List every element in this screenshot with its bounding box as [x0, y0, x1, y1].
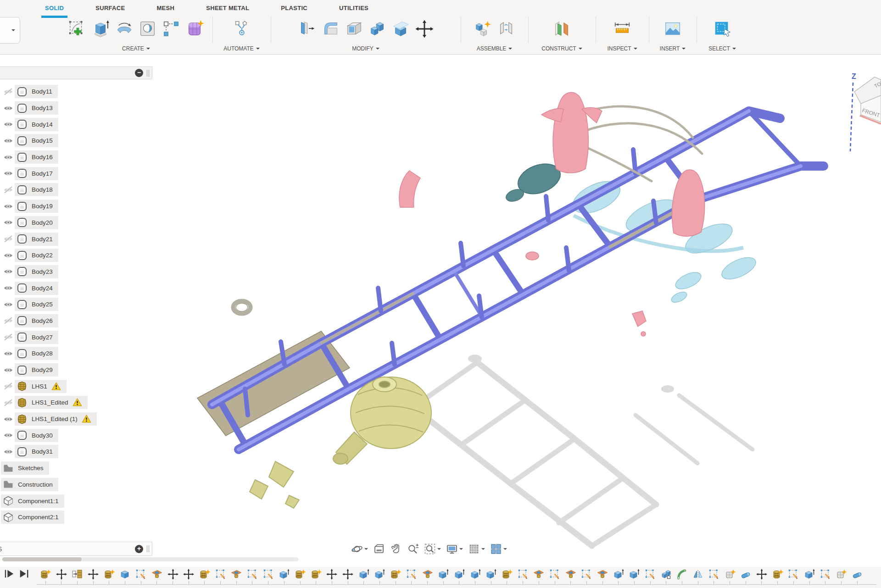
- timeline-feature-extrude[interactable]: [437, 568, 449, 580]
- browser-row-lhs1[interactable]: LHS1: [0, 378, 152, 394]
- visibility-toggle[interactable]: [2, 168, 15, 178]
- group-create-label[interactable]: CREATE: [60, 44, 212, 53]
- browser-item[interactable]: LHS1: [15, 380, 67, 393]
- visibility-toggle[interactable]: [2, 332, 15, 342]
- tab-plastic[interactable]: PLASTIC: [281, 5, 307, 11]
- visibility-toggle[interactable]: [2, 217, 15, 227]
- browser-row-body28[interactable]: Body28: [0, 345, 152, 362]
- shell-icon[interactable]: [344, 19, 364, 39]
- browser-row-body20[interactable]: Body20: [0, 215, 152, 231]
- visibility-toggle[interactable]: [2, 250, 15, 261]
- browser-item[interactable]: Body29: [15, 363, 58, 377]
- timeline-feature-sketch[interactable]: [262, 568, 274, 580]
- browser-row-body25[interactable]: Body25: [0, 296, 152, 313]
- timeline-feature-sketch[interactable]: [708, 568, 720, 580]
- browser-item[interactable]: Body20: [15, 216, 58, 229]
- browser-item[interactable]: Construction: [1, 478, 58, 491]
- timeline-feature-capsule[interactable]: [851, 568, 863, 580]
- comments-resize-grip[interactable]: [147, 545, 149, 552]
- browser-row-body24[interactable]: Body24: [0, 280, 152, 296]
- tab-solid[interactable]: SOLID: [45, 5, 64, 11]
- timeline-feature-sketch[interactable]: [580, 568, 592, 580]
- browser-item[interactable]: Body14: [15, 118, 58, 131]
- timeline-feature-mesh-star[interactable]: [39, 568, 51, 580]
- timeline-feature-extrude[interactable]: [469, 568, 481, 580]
- automate-icon[interactable]: [232, 19, 252, 39]
- browser-item[interactable]: Body16: [15, 150, 58, 164]
- timeline-feature-extrude[interactable]: [278, 568, 290, 580]
- browser-item[interactable]: LHS1_Edited: [15, 396, 88, 409]
- tab-mesh[interactable]: MESH: [156, 5, 174, 11]
- browser-row-body17[interactable]: Body17: [0, 165, 152, 182]
- zoom-button[interactable]: [407, 543, 419, 555]
- visibility-toggle[interactable]: [2, 266, 15, 277]
- visibility-toggle[interactable]: [2, 300, 15, 310]
- comments-expand-button[interactable]: +: [135, 545, 143, 553]
- new-component-icon[interactable]: [473, 19, 493, 39]
- browser-item[interactable]: Body25: [15, 298, 58, 311]
- rectangular-pattern-icon[interactable]: [161, 19, 181, 39]
- browser-item[interactable]: Body23: [15, 265, 58, 278]
- visibility-toggle[interactable]: [2, 136, 15, 146]
- timeline-feature-move[interactable]: [326, 568, 338, 580]
- visibility-toggle[interactable]: [2, 447, 15, 457]
- browser-row-body22[interactable]: Body22: [0, 247, 152, 264]
- timeline-feature-move[interactable]: [56, 568, 67, 580]
- browser-item[interactable]: Component2:1: [1, 510, 64, 524]
- browser-row-component2-1[interactable]: Component2:1: [0, 509, 152, 526]
- timeline-feature-extrude[interactable]: [374, 568, 385, 580]
- group-construct-label[interactable]: CONSTRUCT: [528, 44, 596, 53]
- browser-item[interactable]: Body17: [15, 167, 58, 180]
- browser-row-sketches[interactable]: Sketches: [0, 460, 152, 477]
- split-body-icon[interactable]: [391, 19, 411, 39]
- timeline-feature-extrude[interactable]: [613, 568, 625, 580]
- timeline-feature-form-star[interactable]: [835, 568, 847, 580]
- select-icon[interactable]: [712, 19, 732, 39]
- browser-item[interactable]: Body31: [15, 445, 58, 458]
- timeline-feature-plane[interactable]: [230, 568, 242, 580]
- timeline-feature-move[interactable]: [756, 568, 768, 580]
- browser-item[interactable]: Body22: [15, 249, 58, 262]
- file-tab-dropdown[interactable]: [0, 17, 20, 44]
- visibility-toggle[interactable]: [2, 152, 15, 162]
- browser-row-body13[interactable]: Body13: [0, 100, 152, 116]
- browser-collapse-button[interactable]: −: [135, 69, 143, 77]
- timeline-feature-box[interactable]: [119, 568, 131, 580]
- visibility-toggle[interactable]: [2, 365, 15, 375]
- browser-resize-grip[interactable]: [147, 70, 149, 77]
- grid-layout-button[interactable]: [468, 543, 485, 555]
- timeline-feature-mirror[interactable]: [692, 568, 704, 580]
- viewcube[interactable]: Z TOP FRONT: [850, 72, 881, 151]
- browser-row-body11[interactable]: Body11: [0, 83, 152, 100]
- browser-item[interactable]: LHS1_Edited (1): [15, 412, 97, 426]
- tab-surface[interactable]: SURFACE: [95, 5, 125, 11]
- browser-row-body21[interactable]: Body21: [0, 231, 152, 247]
- revolve-icon[interactable]: [114, 19, 134, 39]
- group-automate-label[interactable]: AUTOMATE: [212, 44, 271, 53]
- play-button[interactable]: [4, 568, 15, 579]
- timeline-feature-move[interactable]: [342, 568, 354, 580]
- display-settings-button[interactable]: [446, 543, 463, 555]
- group-inspect-label[interactable]: INSPECT: [596, 44, 649, 53]
- browser-row-body30[interactable]: Body30: [0, 427, 152, 444]
- timeline-feature-move[interactable]: [87, 568, 99, 580]
- timeline-feature-mesh-star[interactable]: [199, 568, 211, 580]
- browser-row-body15[interactable]: Body15: [0, 133, 152, 149]
- extrude-icon[interactable]: [91, 19, 111, 39]
- timeline-feature-combine[interactable]: [660, 568, 672, 580]
- browser-row-lhs1-edited-1[interactable]: LHS1_Edited (1): [0, 411, 152, 427]
- timeline-feature-sketch[interactable]: [215, 568, 227, 580]
- timeline-feature-sketch[interactable]: [406, 568, 418, 580]
- timeline-feature-sketch[interactable]: [644, 568, 656, 580]
- timeline-feature-sweep[interactable]: [676, 568, 688, 580]
- browser-row-body19[interactable]: Body19: [0, 198, 152, 215]
- browser-row-body18[interactable]: Body18: [0, 182, 152, 198]
- browser-item[interactable]: Body13: [15, 101, 58, 115]
- browser-item[interactable]: Body24: [15, 282, 58, 295]
- timeline-feature-sketch[interactable]: [517, 568, 529, 580]
- visibility-toggle[interactable]: [2, 349, 15, 359]
- browser-item[interactable]: Body27: [15, 331, 58, 344]
- press-pull-icon[interactable]: [297, 19, 318, 39]
- timeline-ruler[interactable]: [37, 584, 876, 585]
- form-icon[interactable]: [184, 19, 205, 39]
